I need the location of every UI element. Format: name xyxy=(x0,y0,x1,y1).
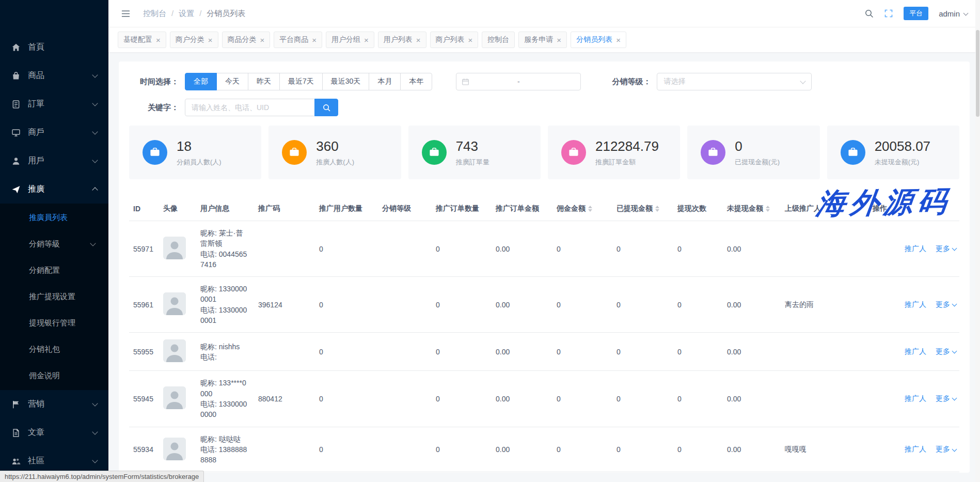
search-icon[interactable] xyxy=(864,9,874,18)
table-header-cell[interactable]: 提现次数 xyxy=(673,197,723,221)
close-icon[interactable]: × xyxy=(208,36,213,44)
sidebar-item-articles[interactable]: 文章 xyxy=(0,418,108,447)
sort-icon[interactable] xyxy=(588,206,592,212)
table-header-cell[interactable]: 推广订单数量 xyxy=(432,197,492,221)
sort-icon[interactable] xyxy=(766,206,770,212)
table-header-cell[interactable]: 操作 xyxy=(868,197,959,221)
tab[interactable]: 商品分类 × xyxy=(222,32,271,48)
close-icon[interactable]: × xyxy=(468,36,473,44)
fullscreen-icon[interactable] xyxy=(884,9,893,18)
sidebar-subitem[interactable]: 推广提现设置 xyxy=(0,284,108,310)
stat-card: 0 已提现金额(元) xyxy=(687,126,819,179)
tab[interactable]: 商户列表 × xyxy=(430,32,479,48)
user-menu[interactable]: admin xyxy=(939,9,968,18)
breadcrumb: 控制台 设置 分销员列表 xyxy=(143,9,245,19)
time-range-button[interactable]: 最近30天 xyxy=(322,73,370,90)
time-range-button[interactable]: 最近7天 xyxy=(279,73,323,90)
sidebar-item-home[interactable]: 首頁 xyxy=(0,33,108,61)
table-header-cell[interactable]: 推广订单金额 xyxy=(492,197,552,221)
sidebar-subitem[interactable]: 分銷等級 xyxy=(0,231,108,257)
promoter-link[interactable]: 推广人 xyxy=(905,300,926,309)
tab[interactable]: 商户分类 × xyxy=(170,32,218,48)
time-range-button[interactable]: 今天 xyxy=(216,73,248,90)
sidebar-item-marketing[interactable]: 营销 xyxy=(0,390,108,418)
promoter-link[interactable]: 推广人 xyxy=(905,445,926,454)
table-header-cell[interactable]: 佣金金额 xyxy=(552,197,612,221)
close-icon[interactable]: × xyxy=(156,36,161,44)
close-icon[interactable]: × xyxy=(416,36,421,44)
chevron-down-icon xyxy=(800,78,806,84)
close-icon[interactable]: × xyxy=(260,36,265,44)
cell-unwithdrawn: 0.00 xyxy=(723,221,781,277)
keyword-search-button[interactable] xyxy=(314,99,338,116)
breadcrumb-item[interactable]: 分销员列表 xyxy=(207,9,245,19)
page-scrollbar[interactable] xyxy=(975,0,980,482)
time-range-button[interactable]: 本月 xyxy=(369,73,401,90)
close-icon[interactable]: × xyxy=(616,36,621,44)
table-header-cell[interactable]: ID xyxy=(129,197,159,221)
sidebar-subitem[interactable]: 分销礼包 xyxy=(0,336,108,363)
user-phone: 电话: 00445657416 xyxy=(200,249,250,270)
time-range-button[interactable]: 本年 xyxy=(400,73,432,90)
sidebar-item-merchants[interactable]: 商戶 xyxy=(0,118,108,147)
promoter-link[interactable]: 推广人 xyxy=(905,244,926,254)
sidebar-item-label: 社區 xyxy=(28,456,44,467)
sidebar-subitem[interactable]: 分銷配置 xyxy=(0,257,108,284)
tab[interactable]: 平台商品 × xyxy=(274,32,322,48)
platform-badge[interactable]: 平台 xyxy=(904,7,928,20)
promoter-link[interactable]: 推广人 xyxy=(905,394,926,403)
cell-order-amount: 0.00 xyxy=(492,221,552,277)
scrollbar-thumb[interactable] xyxy=(976,30,979,117)
chevron-down-icon xyxy=(90,240,96,246)
cell-order-count: 0 xyxy=(432,221,492,277)
sidebar-subitem[interactable]: 推廣員列表 xyxy=(0,205,108,231)
collapse-menu-icon[interactable] xyxy=(121,9,131,19)
keyword-input[interactable] xyxy=(185,99,315,116)
cell-id: 55961 xyxy=(129,277,159,333)
more-link[interactable]: 更多 xyxy=(936,445,956,454)
chevron-down-icon xyxy=(92,100,98,106)
time-range-button[interactable]: 昨天 xyxy=(248,73,280,90)
sidebar-subitem[interactable]: 佣金说明 xyxy=(0,363,108,389)
close-icon[interactable]: × xyxy=(557,36,561,44)
sidebar-item-orders[interactable]: 訂單 xyxy=(0,90,108,118)
more-link[interactable]: 更多 xyxy=(936,244,956,254)
more-link[interactable]: 更多 xyxy=(936,300,956,309)
table-header-cell[interactable]: 分销等级 xyxy=(378,197,432,221)
date-range-input[interactable]: - xyxy=(456,73,581,90)
chevron-down-icon xyxy=(952,446,957,452)
close-icon[interactable]: × xyxy=(364,36,369,44)
sort-icon[interactable] xyxy=(655,206,659,212)
column-label: 用户信息 xyxy=(200,204,229,212)
tab[interactable]: 控制台 × xyxy=(482,32,515,48)
tab[interactable]: 分销员列表 × xyxy=(571,32,626,48)
tab[interactable]: 服务申请 × xyxy=(518,32,567,48)
username: admin xyxy=(939,9,960,18)
table-header-cell[interactable]: 已提现金额 xyxy=(612,197,673,221)
sidebar-subitem[interactable]: 提现银行管理 xyxy=(0,310,108,336)
table-header-cell[interactable]: 推广码 xyxy=(254,197,315,221)
more-link[interactable]: 更多 xyxy=(936,394,956,403)
table-header-cell[interactable]: 头像 xyxy=(159,197,196,221)
promoter-link[interactable]: 推广人 xyxy=(905,347,926,356)
table-header-cell[interactable]: 用户信息 xyxy=(196,197,254,221)
sidebar-item-promotion[interactable]: 推廣 xyxy=(0,175,108,204)
table-header-cell[interactable]: 推广用户数量 xyxy=(315,197,378,221)
chevron-down-icon xyxy=(952,396,957,401)
sidebar-item-goods[interactable]: 商品 xyxy=(0,61,108,90)
level-select[interactable]: 请选择 xyxy=(657,73,812,90)
sidebar-menu: 首頁 商品 訂單 商戶 xyxy=(0,0,108,475)
breadcrumb-item[interactable]: 控制台 xyxy=(143,9,179,19)
sidebar-subitem-label: 佣金说明 xyxy=(29,371,60,381)
breadcrumb-item[interactable]: 设置 xyxy=(179,9,207,19)
tab[interactable]: 用户列表 × xyxy=(378,32,426,48)
table-header-cell[interactable]: 上级推广人 xyxy=(781,197,868,221)
close-icon[interactable]: × xyxy=(312,36,317,44)
cell-order-count: 0 xyxy=(432,371,492,427)
time-range-button[interactable]: 全部 xyxy=(185,73,217,90)
more-link[interactable]: 更多 xyxy=(936,347,956,356)
sidebar-item-users[interactable]: 用戶 xyxy=(0,147,108,175)
tab[interactable]: 基礎配置 × xyxy=(118,32,166,48)
table-header-cell[interactable]: 未提现金额 xyxy=(723,197,781,221)
tab[interactable]: 用户分组 × xyxy=(326,32,374,48)
